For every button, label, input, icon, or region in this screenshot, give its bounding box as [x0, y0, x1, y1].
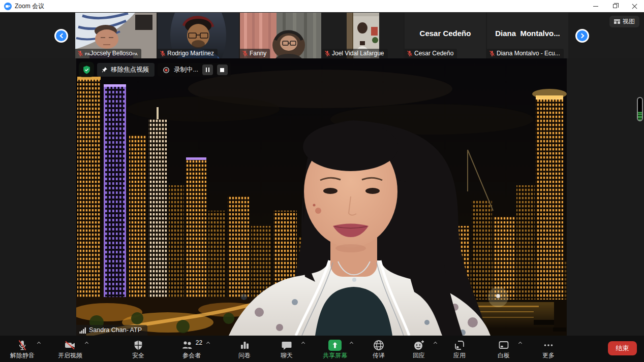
chevron-up-icon[interactable]: [85, 342, 88, 345]
reactions-icon: [413, 339, 425, 351]
interpretation-button[interactable]: 传译: [359, 336, 398, 362]
muted-mic-icon: [16, 339, 28, 351]
view-button-label: 视图: [623, 17, 635, 26]
audio-level-icon: [79, 327, 86, 334]
share-screen-button[interactable]: 共享屏幕: [316, 336, 354, 362]
chevron-up-icon[interactable]: [37, 342, 41, 345]
participant-display-name: Cesar Cedeño: [405, 29, 486, 38]
close-icon: [632, 4, 637, 9]
participant-tile-joel[interactable]: Joel Vidal Lafargue: [322, 13, 404, 58]
participant-tile-fanny[interactable]: Fanny: [240, 13, 321, 58]
minimize-button[interactable]: [586, 0, 605, 12]
apps-label: 应用: [453, 351, 466, 360]
chevron-up-icon[interactable]: [206, 342, 210, 345]
share-screen-icon: [328, 339, 342, 351]
title-bar: Zoom 会议: [0, 0, 644, 12]
chevron-left-icon: [59, 34, 65, 39]
chevron-up-icon[interactable]: [434, 342, 437, 345]
apps-button[interactable]: 应用: [440, 336, 479, 362]
participant-display-name: Diana Montalvo...: [487, 29, 568, 38]
more-icon: [542, 339, 555, 351]
muted-mic-icon: [489, 50, 495, 56]
whiteboard-button[interactable]: 白板: [484, 336, 523, 362]
share-screen-label: 共享屏幕: [323, 351, 347, 360]
muted-mic-icon: [77, 50, 83, 56]
reactions-button[interactable]: 回应: [400, 336, 438, 362]
whiteboard-icon: [498, 339, 510, 351]
remove-spotlight-label: 移除焦点视频: [111, 65, 149, 74]
close-button[interactable]: [625, 0, 644, 12]
chat-icon: [281, 339, 293, 351]
muted-mic-icon: [407, 50, 413, 56]
interpretation-label: 传译: [373, 351, 385, 360]
unmute-label: 解除静音: [10, 351, 35, 360]
polls-button[interactable]: 问卷: [225, 336, 264, 362]
zoom-meeting-window: Zoom 会议 视图: [0, 0, 644, 362]
filmstrip-prev-button[interactable]: [54, 29, 68, 43]
participant-name-badge: Fanny: [240, 49, 270, 58]
view-grid-icon: [614, 19, 620, 24]
participant-name-badge: Rodrigo Martínez: [158, 49, 218, 58]
chat-label: 聊天: [281, 351, 293, 360]
main-speaker-video[interactable]: 移除焦点视频 录制中... Sandra Chan- ATP: [76, 58, 567, 336]
camera-off-icon: [64, 339, 77, 351]
audio-output-meter-fill: [638, 111, 642, 120]
unmute-button[interactable]: 解除静音: [3, 336, 42, 362]
filmstrip-next-button[interactable]: [575, 29, 589, 43]
participant-tile-jocsely[interactable]: PAJocsely BellosoPA: [75, 13, 157, 58]
participants-count: 22: [196, 339, 202, 346]
muted-mic-icon: [324, 50, 330, 56]
chevron-up-icon[interactable]: [518, 342, 522, 345]
shield-check-icon: [82, 65, 91, 75]
participant-tile-diana[interactable]: Diana Montalvo... Diana Montalvo - Ecu..…: [487, 13, 568, 58]
minimize-icon: [593, 6, 598, 7]
recording-label: 录制中...: [174, 65, 198, 74]
recording-icon: [163, 67, 170, 74]
pause-recording-button[interactable]: [202, 64, 213, 75]
meeting-toolbar: 解除静音 开启视频 安全: [0, 336, 644, 362]
zoom-logo-icon: [4, 3, 12, 10]
window-title: Zoom 会议: [15, 2, 44, 11]
participant-name-badge: Diana Montalvo - Ecu...: [487, 49, 564, 58]
polls-label: 问卷: [238, 351, 251, 360]
start-video-label: 开启视频: [58, 351, 82, 360]
pin-icon: [101, 67, 108, 73]
apps-icon: [453, 339, 466, 351]
active-speaker-badge: Sandra Chan- ATP: [76, 325, 147, 336]
participants-icon: [181, 339, 194, 351]
more-label: 更多: [542, 351, 555, 360]
security-label: 安全: [132, 351, 144, 360]
active-speaker-name: Sandra Chan- ATP: [89, 326, 142, 334]
end-meeting-button[interactable]: 结束: [608, 341, 637, 355]
whiteboard-label: 白板: [498, 351, 510, 360]
restore-button[interactable]: [605, 0, 625, 12]
chevron-up-icon[interactable]: [350, 342, 353, 345]
chevron-up-icon[interactable]: [301, 342, 305, 345]
security-shield-badge[interactable]: [79, 62, 94, 77]
view-button[interactable]: 视图: [609, 16, 639, 27]
pause-icon: [206, 68, 209, 72]
audio-output-meter: [637, 97, 643, 121]
participant-tile-rodrigo[interactable]: Rodrigo Martínez: [158, 13, 239, 58]
stop-icon: [220, 68, 224, 72]
sandra-video-scene: [76, 58, 567, 336]
participant-name-badge: PAJocsely BellosoPA: [75, 49, 141, 58]
participant-tile-cesar[interactable]: Cesar Cedeño Cesar Cedeño: [405, 13, 486, 58]
muted-mic-icon: [242, 50, 248, 56]
participant-name-badge: Cesar Cedeño: [405, 49, 457, 58]
stop-recording-button[interactable]: [217, 64, 228, 75]
restore-icon: [613, 4, 617, 8]
participant-name-badge: Joel Vidal Lafargue: [322, 49, 388, 58]
chat-button[interactable]: 聊天: [267, 336, 306, 362]
participant-filmstrip: 视图 PA: [0, 12, 644, 58]
recording-indicator: 录制中...: [158, 63, 231, 77]
polls-icon: [238, 339, 251, 351]
globe-icon: [373, 339, 385, 351]
reactions-label: 回应: [413, 351, 425, 360]
participants-label: 参会者: [182, 351, 201, 360]
more-button[interactable]: 更多: [529, 336, 568, 362]
security-button[interactable]: 安全: [119, 336, 158, 362]
remove-spotlight-button[interactable]: 移除焦点视频: [97, 63, 155, 77]
participants-button[interactable]: 22 参会者: [172, 336, 211, 362]
start-video-button[interactable]: 开启视频: [51, 336, 89, 362]
